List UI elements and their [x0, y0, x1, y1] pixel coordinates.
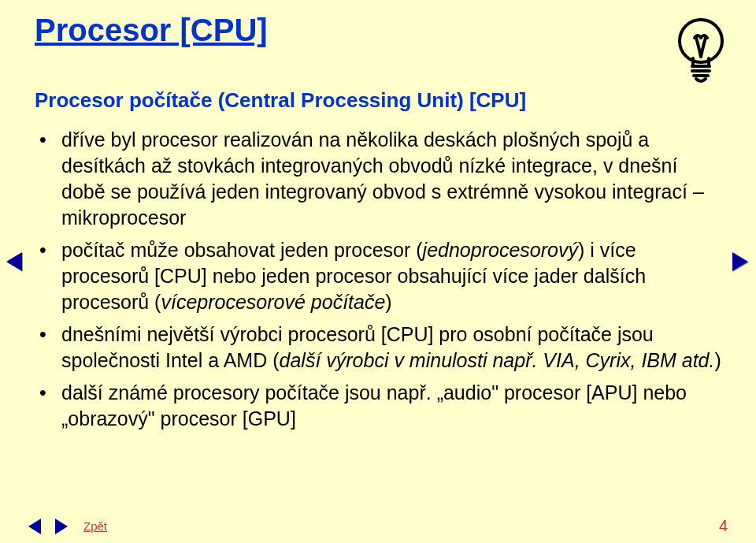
list-item: další známé procesory počítače jsou např… — [57, 380, 721, 432]
list-item: dříve byl procesor realizován na několik… — [57, 127, 721, 231]
bullet-text: víceprocesorové počítače — [161, 291, 385, 313]
footer-prev-arrow[interactable] — [28, 519, 41, 534]
bullet-text: ) — [385, 291, 391, 313]
back-link[interactable]: Zpět — [83, 519, 107, 533]
bullet-text: počítač může obsahovat jeden procesor ( — [61, 239, 423, 261]
bullet-text: dříve byl procesor realizován na několik… — [61, 128, 704, 229]
footer: Zpět 4 — [0, 517, 756, 535]
page-number: 4 — [719, 517, 728, 535]
bullet-list: dříve byl procesor realizován na několik… — [35, 127, 721, 432]
list-item: počítač může obsahovat jeden procesor (j… — [57, 237, 721, 315]
footer-next-arrow[interactable] — [55, 519, 68, 534]
prev-arrow[interactable] — [6, 252, 24, 271]
next-arrow[interactable] — [732, 252, 750, 271]
lightbulb-icon — [673, 14, 729, 88]
page-title: Procesor [CPU] — [35, 13, 268, 48]
list-item: dnešními největší výrobci procesorů [CPU… — [57, 322, 721, 374]
subtitle: Procesor počítače (Central Processing Un… — [35, 88, 721, 113]
bullet-text: ) — [714, 349, 721, 371]
bullet-text: jednoprocesorový — [423, 239, 578, 261]
bullet-text: další známé procesory počítače jsou např… — [61, 381, 687, 430]
bullet-text: další výrobci v minulosti např. VIA, Cyr… — [280, 349, 715, 371]
